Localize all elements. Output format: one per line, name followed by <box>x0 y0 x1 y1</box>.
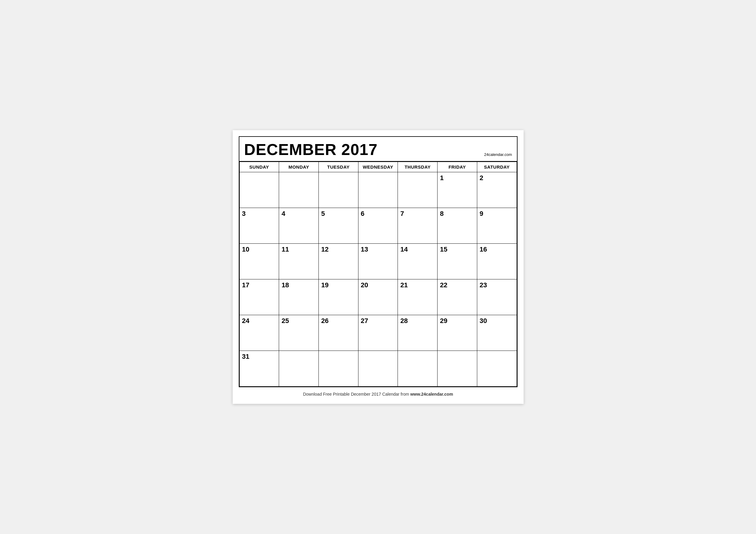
calendar-cell: 26 <box>318 315 358 351</box>
calendar-body: 1234567891011121314151617181920212223242… <box>239 172 517 387</box>
days-header-row: SUNDAYMONDAYTUESDAYWEDNESDAYTHURSDAYFRID… <box>239 162 517 172</box>
calendar-cell: 28 <box>398 315 438 351</box>
footer-prefix: Download Free Printable December 2017 Ca… <box>303 392 410 396</box>
calendar-cell <box>398 351 438 387</box>
week-row-2: 3456789 <box>239 208 517 244</box>
calendar-cell: 11 <box>279 244 319 279</box>
calendar-cell: 30 <box>477 315 517 351</box>
calendar-cell: 5 <box>318 208 358 244</box>
calendar-cell: 23 <box>477 279 517 315</box>
calendar-cell: 19 <box>318 279 358 315</box>
calendar-cell: 27 <box>358 315 398 351</box>
calendar-cell <box>358 172 398 208</box>
day-header-friday: FRIDAY <box>438 162 477 172</box>
calendar-cell <box>279 351 319 387</box>
day-header-saturday: SATURDAY <box>477 162 517 172</box>
day-header-monday: MONDAY <box>279 162 319 172</box>
calendar-cell: 13 <box>358 244 398 279</box>
calendar-cell: 7 <box>398 208 438 244</box>
day-header-thursday: THURSDAY <box>398 162 438 172</box>
calendar-cell: 3 <box>239 208 279 244</box>
calendar-cell: 31 <box>239 351 279 387</box>
calendar-cell: 10 <box>239 244 279 279</box>
calendar-cell: 15 <box>438 244 477 279</box>
calendar-header: DECEMBER 2017 24calendar.com <box>239 137 517 162</box>
calendar-cell: 4 <box>279 208 319 244</box>
calendar-cell: 21 <box>398 279 438 315</box>
calendar-cell: 8 <box>438 208 477 244</box>
calendar-cell: 9 <box>477 208 517 244</box>
calendar-cell: 25 <box>279 315 319 351</box>
week-row-5: 24252627282930 <box>239 315 517 351</box>
calendar-cell <box>318 351 358 387</box>
calendar-cell: 2 <box>477 172 517 208</box>
footer-bar: Download Free Printable December 2017 Ca… <box>239 388 518 398</box>
calendar-cell: 20 <box>358 279 398 315</box>
day-header-tuesday: TUESDAY <box>318 162 358 172</box>
week-row-6: 31 <box>239 351 517 387</box>
calendar-cell <box>438 351 477 387</box>
calendar-cell <box>398 172 438 208</box>
calendar-cell: 12 <box>318 244 358 279</box>
calendar-cell: 16 <box>477 244 517 279</box>
calendar-cell: 14 <box>398 244 438 279</box>
calendar-source: 24calendar.com <box>484 152 512 159</box>
calendar-cell: 22 <box>438 279 477 315</box>
calendar-cell <box>239 172 279 208</box>
calendar-title: DECEMBER 2017 <box>244 140 378 159</box>
calendar-cell: 6 <box>358 208 398 244</box>
calendar-cell: 24 <box>239 315 279 351</box>
calendar-cell: 17 <box>239 279 279 315</box>
calendar-cell: 1 <box>438 172 477 208</box>
week-row-3: 10111213141516 <box>239 244 517 279</box>
calendar-cell: 29 <box>438 315 477 351</box>
calendar-cell <box>358 351 398 387</box>
calendar-cell <box>318 172 358 208</box>
week-row-4: 17181920212223 <box>239 279 517 315</box>
day-header-sunday: SUNDAY <box>239 162 279 172</box>
calendar-grid: SUNDAYMONDAYTUESDAYWEDNESDAYTHURSDAYFRID… <box>239 162 517 387</box>
page-wrapper: DECEMBER 2017 24calendar.com SUNDAYMONDA… <box>233 130 524 404</box>
calendar-thead: SUNDAYMONDAYTUESDAYWEDNESDAYTHURSDAYFRID… <box>239 162 517 172</box>
calendar-cell <box>279 172 319 208</box>
calendar-cell <box>477 351 517 387</box>
footer-link: www.24calendar.com <box>410 392 453 396</box>
calendar-cell: 18 <box>279 279 319 315</box>
calendar-container: DECEMBER 2017 24calendar.com SUNDAYMONDA… <box>239 136 518 387</box>
day-header-wednesday: WEDNESDAY <box>358 162 398 172</box>
week-row-1: 12 <box>239 172 517 208</box>
